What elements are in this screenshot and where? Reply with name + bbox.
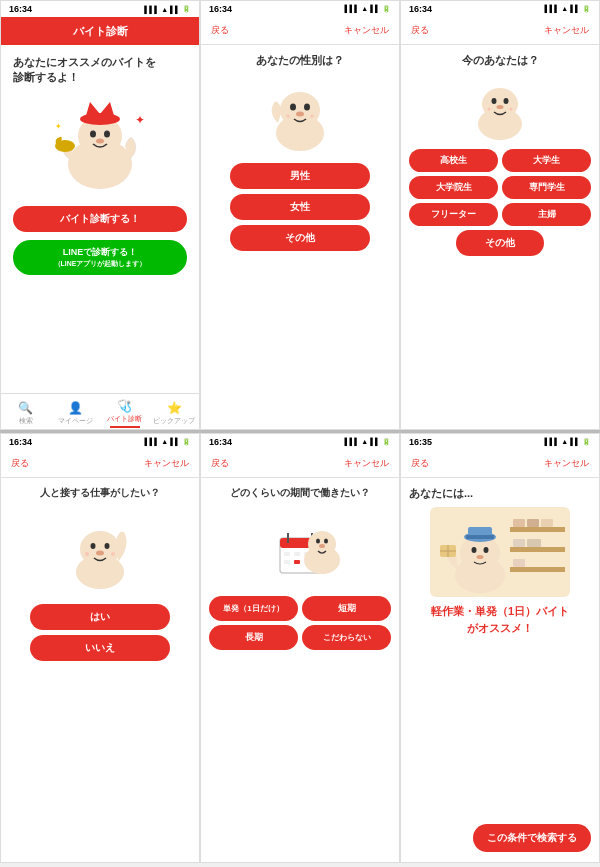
cancel-btn-5[interactable]: キャンセル xyxy=(344,457,389,470)
svg-point-42 xyxy=(316,539,320,544)
tab-diagnose[interactable]: 🩺 バイト診断 xyxy=(100,394,150,429)
result-text: 軽作業・単発（1日）バイト がオススメ！ xyxy=(409,603,591,636)
svg-point-28 xyxy=(96,551,104,556)
seal-illustration-2 xyxy=(260,78,340,153)
svg-point-4 xyxy=(96,138,104,143)
line-button[interactable]: LINEで診断する！ （LINEアプリが起動します） xyxy=(13,240,187,275)
male-btn[interactable]: 男性 xyxy=(230,163,370,189)
svg-rect-51 xyxy=(513,539,525,547)
back-btn-4[interactable]: 戻る xyxy=(11,457,29,470)
seal-illustration-4 xyxy=(60,512,140,592)
star-icon: ⭐ xyxy=(167,401,182,415)
tab-mypage[interactable]: 👤 マイページ xyxy=(51,394,101,429)
university-btn[interactable]: 大学生 xyxy=(502,149,591,172)
svg-point-3 xyxy=(104,130,110,137)
svg-point-11 xyxy=(280,92,320,128)
svg-rect-38 xyxy=(284,560,290,564)
svg-point-6 xyxy=(96,98,104,106)
single-day-btn[interactable]: 単発（1日だけ） xyxy=(209,596,298,621)
nav-bar-3: 戻る キャンセル xyxy=(401,17,599,45)
nav-bar-1: バイト診断 xyxy=(1,17,199,45)
back-btn-3[interactable]: 戻る xyxy=(411,24,429,37)
status-icons-4: ▌▌▌ ▲ ▌▌ 🔋 xyxy=(144,438,191,446)
graduate-btn[interactable]: 大学院生 xyxy=(409,176,498,199)
seal-thinking-svg xyxy=(260,78,340,153)
seal-relaxed-svg xyxy=(463,76,538,141)
screen-6-content: あなたには... xyxy=(401,478,599,644)
nav-bar-5: 戻る キャンセル xyxy=(201,450,399,478)
svg-rect-36 xyxy=(294,552,300,556)
vocational-btn[interactable]: 専門学生 xyxy=(502,176,591,199)
status-buttons: 高校生 大学生 大学院生 専門学生 フリーター 主婦 xyxy=(409,149,591,226)
time-1: 16:34 xyxy=(9,4,32,14)
no-preference-btn[interactable]: こだわらない xyxy=(302,625,391,650)
cancel-btn-6[interactable]: キャンセル xyxy=(544,457,589,470)
svg-rect-39 xyxy=(294,560,300,564)
search-condition-btn[interactable]: この条件で検索する xyxy=(473,824,591,852)
female-btn[interactable]: 女性 xyxy=(230,194,370,220)
svg-point-30 xyxy=(111,552,115,556)
svg-point-43 xyxy=(324,539,328,544)
screen-2-content: あなたの性別は？ 男性 女性 xyxy=(201,45,399,264)
svg-point-29 xyxy=(85,552,89,556)
svg-point-44 xyxy=(319,544,325,548)
svg-rect-50 xyxy=(541,519,553,527)
svg-point-13 xyxy=(304,104,310,111)
result-heading: あなたには... xyxy=(409,486,591,501)
yes-btn[interactable]: はい xyxy=(30,604,170,630)
nav-bar-2: 戻る キャンセル xyxy=(201,17,399,45)
status-bar-2: 16:34 ▌▌▌ ▲ ▌▌ 🔋 xyxy=(201,1,399,17)
time-5: 16:34 xyxy=(209,437,232,447)
gender-question: あなたの性別は？ xyxy=(209,53,391,68)
other-gender-btn[interactable]: その他 xyxy=(230,225,370,251)
svg-rect-48 xyxy=(513,519,525,527)
highschool-btn[interactable]: 高校生 xyxy=(409,149,498,172)
seal-calendar-svg xyxy=(250,508,350,588)
no-btn[interactable]: いいえ xyxy=(30,635,170,661)
long-term-btn[interactable]: 長期 xyxy=(209,625,298,650)
diagnose-button[interactable]: バイト診断する！ xyxy=(13,206,187,232)
back-btn-5[interactable]: 戻る xyxy=(211,457,229,470)
svg-point-12 xyxy=(290,104,296,111)
svg-point-27 xyxy=(105,543,110,549)
result-illustration xyxy=(430,507,570,597)
svg-point-20 xyxy=(503,98,508,104)
status-bar-3: 16:34 ▌▌▌ ▲ ▌▌ 🔋 xyxy=(401,1,599,17)
housewife-btn[interactable]: 主婦 xyxy=(502,203,591,226)
svg-rect-53 xyxy=(513,559,525,567)
tab-pickup[interactable]: ⭐ ピックアップ xyxy=(150,394,200,429)
short-term-btn[interactable]: 短期 xyxy=(302,596,391,621)
screen-2: 16:34 ▌▌▌ ▲ ▌▌ 🔋 戻る キャンセル あなたの性別は？ xyxy=(200,0,400,430)
cancel-btn-2[interactable]: キャンセル xyxy=(344,24,389,37)
back-btn-6[interactable]: 戻る xyxy=(411,457,429,470)
time-2: 16:34 xyxy=(209,4,232,14)
screen-1-content: あなたにオススメのバイトを 診断するよ！ xyxy=(1,45,199,285)
time-3: 16:34 xyxy=(409,4,432,14)
seal-genie-svg: ✦ ✦ xyxy=(45,94,155,194)
screen-1-heading: あなたにオススメのバイトを 診断するよ！ xyxy=(13,55,187,86)
svg-point-21 xyxy=(496,105,503,109)
svg-rect-46 xyxy=(510,547,565,552)
status-bar-6: 16:35 ▌▌▌ ▲ ▌▌ 🔋 xyxy=(401,434,599,450)
back-btn-2[interactable]: 戻る xyxy=(211,24,229,37)
time-4: 16:34 xyxy=(9,437,32,447)
svg-text:✦: ✦ xyxy=(55,122,62,131)
status-question: 今のあなたは？ xyxy=(409,53,591,68)
svg-point-22 xyxy=(487,108,490,111)
other-status-btn[interactable]: その他 xyxy=(456,230,543,256)
tab-search[interactable]: 🔍 検索 xyxy=(1,394,51,429)
svg-point-56 xyxy=(472,547,477,553)
svg-rect-35 xyxy=(284,552,290,556)
status-icons-6: ▌▌▌ ▲ ▌▌ 🔋 xyxy=(544,438,591,446)
cancel-btn-3[interactable]: キャンセル xyxy=(544,24,589,37)
seal-illustration-3 xyxy=(463,76,538,141)
cancel-btn-4[interactable]: キャンセル xyxy=(144,457,189,470)
search-icon: 🔍 xyxy=(18,401,33,415)
person-icon: 👤 xyxy=(68,401,83,415)
screen-5-content: どのくらいの期間で働きたい？ xyxy=(201,478,399,658)
freeter-btn[interactable]: フリーター xyxy=(409,203,498,226)
svg-rect-49 xyxy=(527,519,539,527)
status-icons-5: ▌▌▌ ▲ ▌▌ 🔋 xyxy=(344,438,391,446)
seal-illustration-5 xyxy=(250,508,350,588)
other-status-wrap: その他 xyxy=(409,230,591,256)
